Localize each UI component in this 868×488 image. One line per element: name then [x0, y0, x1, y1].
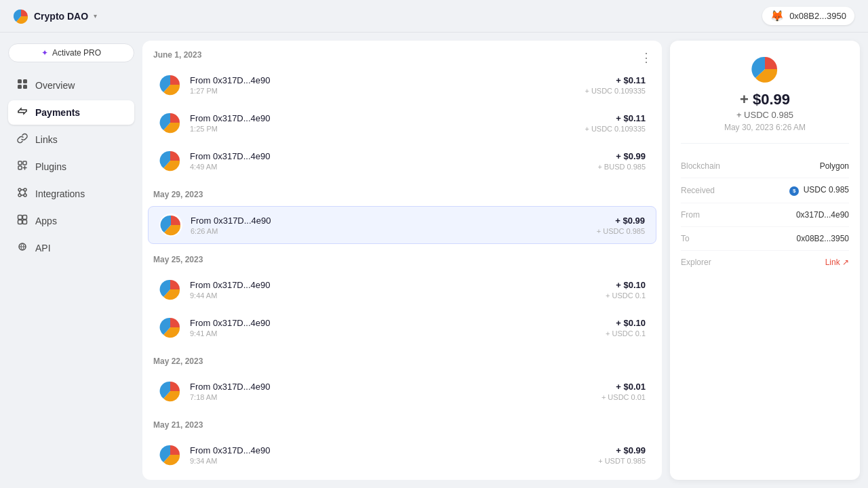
- tx-avatar-icon: [159, 278, 182, 301]
- sidebar-item-plugins[interactable]: Plugins: [8, 155, 134, 179]
- svg-rect-1: [18, 79, 22, 83]
- sidebar-item-overview[interactable]: Overview: [8, 73, 134, 98]
- table-row[interactable]: From 0x317D...4e90 1:25 PM + $0.11 + USD…: [148, 104, 656, 141]
- svg-rect-4: [23, 85, 27, 89]
- tx-from: From 0x317D...4e90: [190, 75, 576, 85]
- detail-row-explorer: Explorer Link ↗: [681, 251, 849, 274]
- title-chevron-icon[interactable]: ▾: [94, 12, 97, 20]
- activate-pro-label: Activate PRO: [52, 48, 101, 58]
- tx-token: + USDC 0.109335: [585, 125, 646, 133]
- tx-info: From 0x317D...4e90 9:44 AM: [190, 280, 597, 300]
- tx-amount: + $0.99 + USDT 0.985: [598, 445, 646, 465]
- tx-info: From 0x317D...4e90 9:34 AM: [190, 445, 590, 465]
- detail-row-to: To 0x08B2...3950: [681, 227, 849, 251]
- tx-avatar-icon: [159, 316, 182, 339]
- sidebar-item-links[interactable]: Links: [8, 127, 134, 152]
- overview-label: Overview: [35, 80, 75, 91]
- tx-usd: + $0.01: [601, 382, 646, 392]
- api-label: API: [35, 243, 51, 253]
- date-header: May 25, 2023: [142, 245, 662, 270]
- svg-rect-3: [18, 85, 22, 89]
- tx-info: From 0x317D...4e90 1:27 PM: [190, 75, 576, 95]
- detail-amount-token: + USDC 0.985: [736, 110, 793, 120]
- topbar: Crypto DAO ▾ 🦊 0x08B2...3950: [0, 0, 868, 33]
- overview-icon: [16, 79, 28, 92]
- transactions-list[interactable]: ⋮ June 1, 2023 From 0x317D...4e90 1:27 P…: [142, 41, 662, 480]
- content-area: ⋮ June 1, 2023 From 0x317D...4e90 1:27 P…: [142, 33, 868, 488]
- table-row[interactable]: From 0x317D...4e90 6:26 AM + $0.99 + USD…: [148, 206, 656, 244]
- explorer-label: Explorer: [681, 258, 711, 267]
- from-value: 0x317D...4e90: [796, 210, 849, 220]
- app-title: Crypto DAO: [34, 11, 88, 22]
- sidebar-item-api[interactable]: API: [8, 236, 134, 260]
- apps-label: Apps: [35, 216, 57, 226]
- table-row[interactable]: From 0x317D...4e90 9:44 AM + $0.10 + USD…: [148, 271, 656, 308]
- sidebar-item-apps[interactable]: Apps: [8, 209, 134, 233]
- blockchain-label: Blockchain: [681, 161, 720, 171]
- tx-token: + USDC 0.109335: [585, 87, 646, 95]
- payments-icon: [16, 106, 28, 119]
- apps-icon: [16, 214, 28, 228]
- tx-usd: + $0.10: [606, 280, 646, 290]
- received-value: $ USDC 0.985: [789, 185, 849, 196]
- app-logo-icon: [14, 9, 28, 24]
- payments-label: Payments: [35, 107, 80, 118]
- received-label: Received: [681, 186, 715, 195]
- tx-from: From 0x317D...4e90: [190, 113, 576, 123]
- tx-usd: + $0.10: [606, 318, 646, 328]
- table-row[interactable]: From 0x317D...4e90 9:34 AM + $0.99 + USD…: [148, 436, 656, 473]
- date-header: May 29, 2023: [142, 180, 662, 205]
- date-group-may25: May 25, 2023 From 0x317D...4e90 9:44 AM …: [142, 245, 662, 346]
- api-icon: [16, 241, 28, 255]
- tx-info: From 0x317D...4e90 6:26 AM: [191, 216, 589, 235]
- tx-usd: + $0.99: [598, 445, 646, 455]
- explorer-link[interactable]: Link ↗: [825, 258, 849, 267]
- table-row[interactable]: From 0x317D...4e90 4:49 AM + $0.99 + BUS…: [148, 142, 656, 179]
- svg-rect-6: [23, 161, 26, 165]
- links-label: Links: [35, 134, 58, 145]
- date-header: May 21, 2023: [142, 411, 662, 435]
- tx-info: From 0x317D...4e90 9:41 AM: [190, 318, 597, 338]
- sidebar-item-payments[interactable]: Payments: [8, 100, 134, 125]
- detail-row-from: From 0x317D...4e90: [681, 203, 849, 227]
- tx-time: 9:44 AM: [190, 291, 597, 300]
- detail-row-received: Received $ USDC 0.985: [681, 178, 849, 203]
- tx-token: + USDC 0.1: [606, 329, 646, 338]
- activate-pro-button[interactable]: ✦ Activate PRO: [8, 43, 134, 62]
- wallet-address: 0x08B2...3950: [789, 11, 846, 21]
- tx-time: 7:18 AM: [190, 393, 593, 401]
- tx-info: From 0x317D...4e90 7:18 AM: [190, 382, 593, 401]
- sidebar-item-integrations[interactable]: Integrations: [8, 182, 134, 206]
- tx-amount: + $0.01 + USDC 0.01: [601, 382, 646, 401]
- date-group-may21: May 21, 2023 From 0x317D...4e90 9:34 AM …: [142, 411, 662, 473]
- tx-amount: + $0.99 + USDC 0.985: [597, 216, 645, 235]
- tx-amount: + $0.99 + BUSD 0.985: [597, 151, 646, 171]
- tx-time: 6:26 AM: [191, 227, 589, 235]
- tx-amount: + $0.10 + USDC 0.1: [606, 280, 646, 300]
- tx-avatar-icon: [159, 214, 182, 237]
- tx-info: From 0x317D...4e90 4:49 AM: [190, 151, 589, 171]
- date-group-may18: May 18, 2023 From 0x5B51...d5AF +: [142, 474, 662, 480]
- wallet-badge[interactable]: 🦊 0x08B2...3950: [762, 7, 854, 25]
- tx-avatar-icon: [159, 149, 182, 172]
- tx-avatar-icon: [159, 73, 182, 96]
- more-options-button[interactable]: ⋮: [640, 50, 652, 65]
- tx-avatar-icon: [159, 111, 182, 134]
- tx-from: From 0x317D...4e90: [190, 445, 590, 455]
- table-row[interactable]: From 0x317D...4e90 7:18 AM + $0.01 + USD…: [148, 373, 656, 409]
- tx-token: + BUSD 0.985: [597, 163, 646, 171]
- table-row[interactable]: From 0x317D...4e90 9:41 AM + $0.10 + USD…: [148, 309, 656, 346]
- detail-logo-icon: [750, 54, 780, 84]
- tx-amount: + $0.11 + USDC 0.109335: [585, 75, 646, 95]
- usdc-icon: $: [789, 186, 799, 196]
- main-layout: ✦ Activate PRO Overview Paymen: [0, 33, 868, 488]
- tx-info: From 0x317D...4e90 1:25 PM: [190, 113, 576, 133]
- topbar-left: Crypto DAO ▾: [14, 9, 97, 24]
- tx-from: From 0x317D...4e90: [190, 318, 597, 328]
- table-row[interactable]: From 0x317D...4e90 1:27 PM + $0.11 + USD…: [148, 66, 656, 103]
- date-header: May 22, 2023: [142, 347, 662, 371]
- tx-time: 9:41 AM: [190, 329, 597, 338]
- from-label: From: [681, 210, 700, 220]
- date-group-may22: May 22, 2023 From 0x317D...4e90 7:18 AM …: [142, 347, 662, 409]
- tx-time: 4:49 AM: [190, 163, 589, 171]
